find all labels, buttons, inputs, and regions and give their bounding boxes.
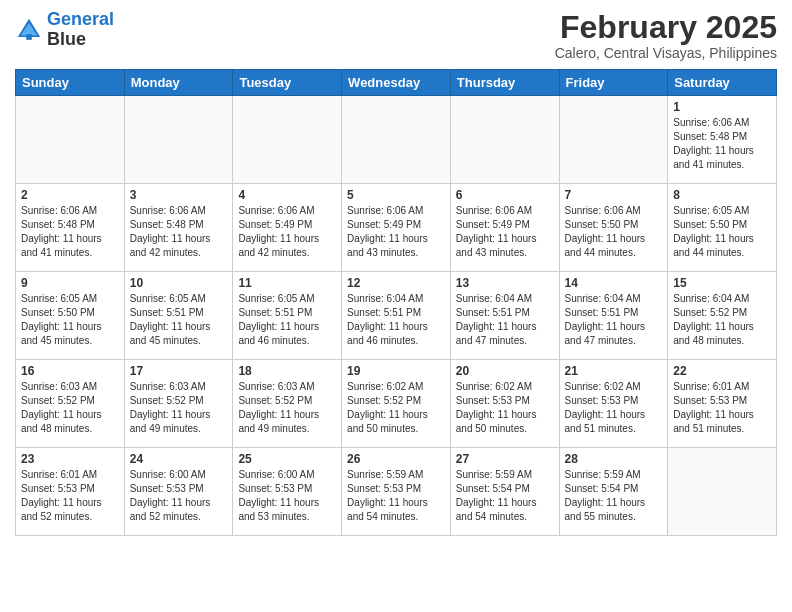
page: General Blue February 2025 Calero, Centr… — [0, 0, 792, 546]
calendar-day-cell: 26Sunrise: 5:59 AM Sunset: 5:53 PM Dayli… — [342, 448, 451, 536]
logo-line2: Blue — [47, 30, 114, 50]
day-number: 1 — [673, 100, 771, 114]
day-info: Sunrise: 6:05 AM Sunset: 5:51 PM Dayligh… — [238, 292, 336, 348]
weekday-header: Wednesday — [342, 70, 451, 96]
logo-line1: General — [47, 9, 114, 29]
day-info: Sunrise: 6:00 AM Sunset: 5:53 PM Dayligh… — [130, 468, 228, 524]
calendar-day-cell — [450, 96, 559, 184]
day-number: 18 — [238, 364, 336, 378]
day-number: 11 — [238, 276, 336, 290]
day-info: Sunrise: 5:59 AM Sunset: 5:54 PM Dayligh… — [565, 468, 663, 524]
day-info: Sunrise: 6:06 AM Sunset: 5:48 PM Dayligh… — [673, 116, 771, 172]
svg-rect-2 — [26, 34, 32, 40]
day-number: 8 — [673, 188, 771, 202]
day-number: 5 — [347, 188, 445, 202]
day-info: Sunrise: 6:04 AM Sunset: 5:51 PM Dayligh… — [456, 292, 554, 348]
logo: General Blue — [15, 10, 114, 50]
day-info: Sunrise: 6:02 AM Sunset: 5:53 PM Dayligh… — [565, 380, 663, 436]
day-info: Sunrise: 6:04 AM Sunset: 5:51 PM Dayligh… — [565, 292, 663, 348]
day-number: 9 — [21, 276, 119, 290]
day-info: Sunrise: 6:05 AM Sunset: 5:50 PM Dayligh… — [673, 204, 771, 260]
day-number: 23 — [21, 452, 119, 466]
day-number: 3 — [130, 188, 228, 202]
header: General Blue February 2025 Calero, Centr… — [15, 10, 777, 61]
calendar-day-cell: 13Sunrise: 6:04 AM Sunset: 5:51 PM Dayli… — [450, 272, 559, 360]
day-number: 6 — [456, 188, 554, 202]
calendar-day-cell: 5Sunrise: 6:06 AM Sunset: 5:49 PM Daylig… — [342, 184, 451, 272]
day-info: Sunrise: 6:02 AM Sunset: 5:52 PM Dayligh… — [347, 380, 445, 436]
day-number: 25 — [238, 452, 336, 466]
day-number: 24 — [130, 452, 228, 466]
calendar-day-cell: 15Sunrise: 6:04 AM Sunset: 5:52 PM Dayli… — [668, 272, 777, 360]
calendar-day-cell: 7Sunrise: 6:06 AM Sunset: 5:50 PM Daylig… — [559, 184, 668, 272]
day-number: 20 — [456, 364, 554, 378]
weekday-header: Thursday — [450, 70, 559, 96]
day-number: 27 — [456, 452, 554, 466]
weekday-header: Saturday — [668, 70, 777, 96]
weekday-header: Monday — [124, 70, 233, 96]
day-info: Sunrise: 6:02 AM Sunset: 5:53 PM Dayligh… — [456, 380, 554, 436]
day-info: Sunrise: 6:06 AM Sunset: 5:49 PM Dayligh… — [456, 204, 554, 260]
calendar-day-cell: 21Sunrise: 6:02 AM Sunset: 5:53 PM Dayli… — [559, 360, 668, 448]
calendar-day-cell — [668, 448, 777, 536]
calendar-week-row: 23Sunrise: 6:01 AM Sunset: 5:53 PM Dayli… — [16, 448, 777, 536]
calendar-day-cell: 8Sunrise: 6:05 AM Sunset: 5:50 PM Daylig… — [668, 184, 777, 272]
calendar-day-cell: 2Sunrise: 6:06 AM Sunset: 5:48 PM Daylig… — [16, 184, 125, 272]
day-info: Sunrise: 6:06 AM Sunset: 5:48 PM Dayligh… — [21, 204, 119, 260]
day-info: Sunrise: 5:59 AM Sunset: 5:53 PM Dayligh… — [347, 468, 445, 524]
calendar-day-cell: 9Sunrise: 6:05 AM Sunset: 5:50 PM Daylig… — [16, 272, 125, 360]
title-block: February 2025 Calero, Central Visayas, P… — [555, 10, 777, 61]
day-info: Sunrise: 6:06 AM Sunset: 5:49 PM Dayligh… — [238, 204, 336, 260]
calendar-week-row: 1Sunrise: 6:06 AM Sunset: 5:48 PM Daylig… — [16, 96, 777, 184]
day-info: Sunrise: 6:03 AM Sunset: 5:52 PM Dayligh… — [130, 380, 228, 436]
day-number: 15 — [673, 276, 771, 290]
day-info: Sunrise: 6:06 AM Sunset: 5:49 PM Dayligh… — [347, 204, 445, 260]
calendar-week-row: 16Sunrise: 6:03 AM Sunset: 5:52 PM Dayli… — [16, 360, 777, 448]
day-number: 2 — [21, 188, 119, 202]
calendar-day-cell: 1Sunrise: 6:06 AM Sunset: 5:48 PM Daylig… — [668, 96, 777, 184]
calendar-header-row: SundayMondayTuesdayWednesdayThursdayFrid… — [16, 70, 777, 96]
day-number: 13 — [456, 276, 554, 290]
day-number: 10 — [130, 276, 228, 290]
calendar-day-cell: 6Sunrise: 6:06 AM Sunset: 5:49 PM Daylig… — [450, 184, 559, 272]
day-info: Sunrise: 6:01 AM Sunset: 5:53 PM Dayligh… — [673, 380, 771, 436]
calendar-day-cell — [559, 96, 668, 184]
day-number: 17 — [130, 364, 228, 378]
calendar-day-cell: 11Sunrise: 6:05 AM Sunset: 5:51 PM Dayli… — [233, 272, 342, 360]
day-number: 12 — [347, 276, 445, 290]
day-info: Sunrise: 5:59 AM Sunset: 5:54 PM Dayligh… — [456, 468, 554, 524]
day-number: 28 — [565, 452, 663, 466]
day-number: 21 — [565, 364, 663, 378]
logo-icon — [15, 16, 43, 44]
calendar-day-cell — [16, 96, 125, 184]
weekday-header: Tuesday — [233, 70, 342, 96]
calendar-week-row: 9Sunrise: 6:05 AM Sunset: 5:50 PM Daylig… — [16, 272, 777, 360]
day-info: Sunrise: 6:05 AM Sunset: 5:51 PM Dayligh… — [130, 292, 228, 348]
calendar-day-cell: 20Sunrise: 6:02 AM Sunset: 5:53 PM Dayli… — [450, 360, 559, 448]
calendar-day-cell: 14Sunrise: 6:04 AM Sunset: 5:51 PM Dayli… — [559, 272, 668, 360]
calendar-week-row: 2Sunrise: 6:06 AM Sunset: 5:48 PM Daylig… — [16, 184, 777, 272]
calendar-day-cell: 3Sunrise: 6:06 AM Sunset: 5:48 PM Daylig… — [124, 184, 233, 272]
calendar-day-cell — [124, 96, 233, 184]
day-info: Sunrise: 6:06 AM Sunset: 5:50 PM Dayligh… — [565, 204, 663, 260]
calendar-day-cell: 17Sunrise: 6:03 AM Sunset: 5:52 PM Dayli… — [124, 360, 233, 448]
calendar-day-cell — [233, 96, 342, 184]
calendar-day-cell: 10Sunrise: 6:05 AM Sunset: 5:51 PM Dayli… — [124, 272, 233, 360]
day-number: 14 — [565, 276, 663, 290]
weekday-header: Friday — [559, 70, 668, 96]
calendar-day-cell: 27Sunrise: 5:59 AM Sunset: 5:54 PM Dayli… — [450, 448, 559, 536]
calendar-day-cell: 19Sunrise: 6:02 AM Sunset: 5:52 PM Dayli… — [342, 360, 451, 448]
calendar-day-cell — [342, 96, 451, 184]
day-info: Sunrise: 6:04 AM Sunset: 5:52 PM Dayligh… — [673, 292, 771, 348]
calendar-day-cell: 23Sunrise: 6:01 AM Sunset: 5:53 PM Dayli… — [16, 448, 125, 536]
day-number: 26 — [347, 452, 445, 466]
day-info: Sunrise: 6:06 AM Sunset: 5:48 PM Dayligh… — [130, 204, 228, 260]
day-info: Sunrise: 6:05 AM Sunset: 5:50 PM Dayligh… — [21, 292, 119, 348]
calendar-day-cell: 28Sunrise: 5:59 AM Sunset: 5:54 PM Dayli… — [559, 448, 668, 536]
day-info: Sunrise: 6:03 AM Sunset: 5:52 PM Dayligh… — [21, 380, 119, 436]
day-number: 7 — [565, 188, 663, 202]
calendar: SundayMondayTuesdayWednesdayThursdayFrid… — [15, 69, 777, 536]
day-number: 16 — [21, 364, 119, 378]
day-info: Sunrise: 6:03 AM Sunset: 5:52 PM Dayligh… — [238, 380, 336, 436]
calendar-day-cell: 4Sunrise: 6:06 AM Sunset: 5:49 PM Daylig… — [233, 184, 342, 272]
